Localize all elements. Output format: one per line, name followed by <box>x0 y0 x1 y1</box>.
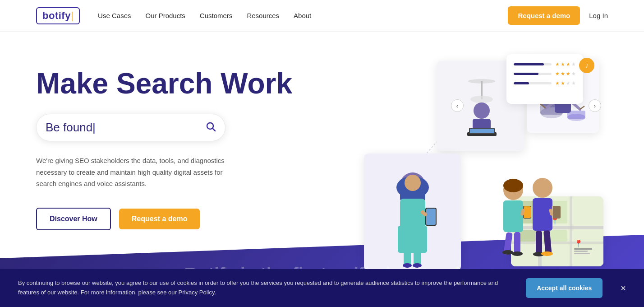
nav-item-use-cases[interactable]: Use Cases <box>98 12 131 20</box>
navbar: botify| Use Cases Our Products Customers… <box>0 0 644 32</box>
ratings-card: ★ ★ ★ ★ ★ ★ ★ ★ <box>506 54 583 104</box>
discover-how-button[interactable]: Discover How <box>36 208 111 230</box>
music-badge: ♪ <box>579 58 594 73</box>
svg-point-4 <box>470 96 493 103</box>
svg-line-1 <box>213 128 216 131</box>
woman-phone-card <box>364 154 461 271</box>
nav-right: Request a demo Log In <box>508 6 608 25</box>
svg-rect-28 <box>426 209 436 225</box>
hero-left: Make Search Work Be found| We're giving … <box>36 59 350 230</box>
svg-rect-9 <box>470 129 494 133</box>
svg-rect-35 <box>503 200 523 232</box>
accept-cookies-button[interactable]: Accept all cookies <box>526 278 603 293</box>
svg-text:📍: 📍 <box>574 239 583 248</box>
nav-item-products[interactable]: Our Products <box>145 12 185 20</box>
nav-login-button[interactable]: Log In <box>589 12 608 19</box>
svg-rect-66 <box>574 253 590 254</box>
woman-phone-illustration <box>364 154 461 271</box>
svg-rect-41 <box>514 232 520 255</box>
svg-point-52 <box>541 251 553 256</box>
close-cookie-button[interactable]: × <box>621 283 626 293</box>
nav-links: Use Cases Our Products Customers Resourc… <box>98 12 508 20</box>
svg-rect-45 <box>533 198 552 231</box>
walking-people-illustration <box>482 165 572 274</box>
svg-point-42 <box>502 250 513 255</box>
hero-title: Make Search Work <box>36 68 350 99</box>
svg-line-48 <box>551 210 552 214</box>
svg-rect-65 <box>574 251 588 252</box>
svg-rect-26 <box>398 226 427 253</box>
svg-rect-50 <box>543 230 552 254</box>
nav-demo-button[interactable]: Request a demo <box>508 6 580 25</box>
logo[interactable]: botify| <box>36 7 80 24</box>
svg-rect-38 <box>524 206 531 218</box>
right-arrow-button[interactable]: › <box>589 99 601 112</box>
search-input[interactable]: Be found| <box>46 121 201 135</box>
walking-people <box>482 165 572 275</box>
svg-point-36 <box>503 179 523 192</box>
cookie-text: By continuing to browse our website, you… <box>18 279 512 293</box>
rating-row-1: ★ ★ ★ ★ <box>514 61 576 67</box>
hero-description: We're giving SEO stakeholders the data, … <box>36 155 230 190</box>
search-bar[interactable]: Be found| <box>36 114 225 141</box>
rating-row-2: ★ ★ ★ ★ <box>514 71 576 77</box>
request-demo-button[interactable]: Request a demo <box>119 209 200 229</box>
svg-rect-46 <box>552 206 561 219</box>
svg-point-43 <box>512 251 523 256</box>
svg-line-29 <box>423 212 425 214</box>
cookie-banner: By continuing to browse our website, you… <box>0 269 644 293</box>
svg-point-24 <box>405 175 421 191</box>
brand-name: botify| <box>42 10 74 21</box>
svg-rect-49 <box>536 231 542 256</box>
rating-row-3: ★ ★ ★ ★ <box>514 80 576 86</box>
nav-item-customers[interactable]: Customers <box>200 12 233 20</box>
nav-item-resources[interactable]: Resources <box>247 12 279 20</box>
svg-point-5 <box>474 102 490 119</box>
nav-item-about[interactable]: About <box>294 12 311 20</box>
svg-point-44 <box>533 178 552 198</box>
svg-line-39 <box>522 210 523 214</box>
left-arrow-button[interactable]: ‹ <box>451 99 464 112</box>
hero-buttons: Discover How Request a demo <box>36 208 350 230</box>
svg-line-20 <box>580 106 584 109</box>
hero-section: Make Search Work Be found| We're giving … <box>0 32 644 293</box>
svg-rect-64 <box>574 248 592 250</box>
search-icon <box>205 121 216 135</box>
